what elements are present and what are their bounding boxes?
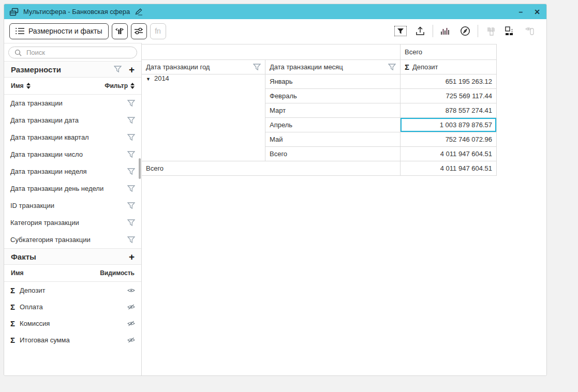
grand-total-row: Всего 4 011 947 604.51 xyxy=(142,161,497,176)
filter-icon[interactable] xyxy=(127,151,135,158)
fact-item[interactable]: Σ Итоговая сумма xyxy=(4,331,141,348)
layout-structure-icon[interactable] xyxy=(503,24,517,38)
dimensions-columns-row: Имя Фильтр xyxy=(4,78,141,95)
window-title: Мультисфера - Банковская сфера xyxy=(23,8,130,16)
dimensions-sort-name[interactable]: Имя xyxy=(11,82,31,89)
sigma-icon: Σ xyxy=(10,319,15,328)
filter-icon[interactable] xyxy=(127,100,135,107)
dimension-item[interactable]: Дата транзакции дата xyxy=(4,112,141,129)
minimize-button[interactable]: – xyxy=(518,8,523,16)
sidebar: Размерности + Имя Фильтр xyxy=(4,43,142,376)
pivot-row: ▼2014 Январь 651 195 263.12 xyxy=(142,74,497,89)
value-cell[interactable]: 752 746 072.96 xyxy=(401,132,497,147)
filter-icon[interactable] xyxy=(253,64,261,71)
sigma-icon: Σ xyxy=(405,63,409,71)
search-icon xyxy=(14,49,22,56)
eye-off-icon[interactable] xyxy=(127,337,135,343)
month-cell[interactable]: Май xyxy=(265,132,401,147)
month-cell[interactable]: Январь xyxy=(265,74,401,89)
dimension-item[interactable]: Субкатегория транзакции xyxy=(4,231,141,248)
sort-icon xyxy=(26,83,31,89)
grand-total-label-cell[interactable]: Всего xyxy=(142,161,401,176)
filter-icon[interactable] xyxy=(127,134,135,141)
grand-total-value-cell[interactable]: 4 011 947 604.51 xyxy=(401,161,497,176)
sigma-icon: Σ xyxy=(10,303,15,311)
filter-icon[interactable] xyxy=(127,236,135,244)
dimensions-facts-label: Размерности и факты xyxy=(28,27,102,35)
filter-selection-icon[interactable] xyxy=(393,24,408,38)
close-button[interactable]: ✕ xyxy=(534,8,540,16)
column-width-button[interactable] xyxy=(112,23,128,39)
fact-item[interactable]: Σ Депозит xyxy=(4,282,141,298)
filter-icon[interactable] xyxy=(127,219,135,227)
fact-item[interactable]: Σ Комиссия xyxy=(4,315,141,331)
facts-title: Факты xyxy=(11,252,36,261)
dimension-item[interactable]: Дата транзакции xyxy=(4,95,141,112)
list-icon xyxy=(16,27,24,35)
hidden-view-icon[interactable] xyxy=(523,24,537,38)
dimensions-facts-button[interactable]: Размерности и факты xyxy=(9,23,109,39)
dimensions-title: Размерности xyxy=(11,65,61,74)
dimension-item[interactable]: Дата транзакции день недели xyxy=(4,180,141,197)
toolbar-separator xyxy=(433,25,433,37)
search-box[interactable] xyxy=(8,47,137,58)
dimension-item[interactable]: Категория транзакции xyxy=(4,214,141,231)
dimensions-list: Дата транзакции Дата транзакции дата Дат… xyxy=(4,95,141,248)
dimension-item[interactable]: Дата транзакции квартал xyxy=(4,129,141,146)
measure-column-header[interactable]: Σ Депозит xyxy=(401,60,497,74)
pivot-corner-cell xyxy=(142,44,401,60)
sidebar-scrollbar[interactable] xyxy=(139,158,141,179)
year-column-header[interactable]: Дата транзакции год xyxy=(142,60,265,74)
sigma-icon: Σ xyxy=(10,286,15,295)
chart-icon[interactable] xyxy=(438,24,453,38)
dimensions-filter-icon[interactable] xyxy=(114,66,122,73)
fact-item[interactable]: Σ Оплата xyxy=(4,298,141,315)
add-dimension-icon[interactable]: + xyxy=(129,65,135,74)
value-cell[interactable]: 878 557 274.41 xyxy=(401,103,497,118)
month-subtotal-cell[interactable]: Всего xyxy=(265,147,401,161)
month-cell[interactable]: Февраль xyxy=(265,89,401,103)
navigator-icon[interactable] xyxy=(458,24,472,38)
eye-off-icon[interactable] xyxy=(127,304,135,310)
toolbar: Размерности и факты xyxy=(4,19,546,43)
spheres-icon[interactable] xyxy=(9,8,19,16)
facts-columns-row: Имя Видимость xyxy=(4,265,141,282)
month-cell[interactable]: Март xyxy=(265,103,401,118)
export-icon[interactable] xyxy=(413,24,427,38)
titlebar: Мультисфера - Банковская сфера – ✕ xyxy=(4,4,546,19)
eye-icon[interactable] xyxy=(127,288,135,293)
dimension-item[interactable]: Дата транзакции неделя xyxy=(4,163,141,180)
search-input[interactable] xyxy=(25,48,131,57)
pivot-table: Всего Дата транзакции год Дата транзакци… xyxy=(141,44,497,176)
dimensions-sort-filter[interactable]: Фильтр xyxy=(105,82,135,89)
collapse-icon[interactable]: ▼ xyxy=(146,77,151,82)
formula-button[interactable]: fn xyxy=(150,23,166,39)
value-cell[interactable]: 725 569 117.44 xyxy=(401,89,497,103)
dimensions-section-header: Размерности + xyxy=(4,61,141,78)
filter-icon[interactable] xyxy=(127,202,135,209)
month-cell[interactable]: Апрель xyxy=(265,118,401,132)
dimension-item[interactable]: ID транзакции xyxy=(4,197,141,214)
view-settings-button[interactable] xyxy=(131,23,147,39)
copy-icon[interactable] xyxy=(483,24,498,38)
column-total-header[interactable]: Всего xyxy=(401,44,497,60)
filter-icon[interactable] xyxy=(388,64,396,71)
year-group-cell[interactable]: ▼2014 xyxy=(142,74,265,161)
value-cell[interactable]: 4 011 947 604.51 xyxy=(401,147,497,161)
selected-value-cell[interactable]: 1 003 879 876.57 xyxy=(401,118,497,132)
sliders-icon xyxy=(134,27,143,35)
rename-pencil-icon[interactable] xyxy=(135,8,143,16)
sort-icon xyxy=(130,83,135,89)
filter-icon[interactable] xyxy=(127,185,135,192)
facts-section-header: Факты + xyxy=(4,248,141,265)
add-fact-icon[interactable]: + xyxy=(129,252,135,262)
filter-icon[interactable] xyxy=(127,117,135,124)
column-width-icon xyxy=(115,27,124,35)
value-cell[interactable]: 651 195 263.12 xyxy=(401,74,497,89)
eye-off-icon[interactable] xyxy=(127,321,135,326)
dimension-item[interactable]: Дата транзакции число xyxy=(4,146,141,163)
sigma-icon: Σ xyxy=(10,336,15,344)
month-column-header[interactable]: Дата транзакции месяц xyxy=(265,60,401,74)
filter-icon[interactable] xyxy=(127,168,135,175)
facts-list: Σ Депозит Σ Оплата xyxy=(4,282,141,348)
